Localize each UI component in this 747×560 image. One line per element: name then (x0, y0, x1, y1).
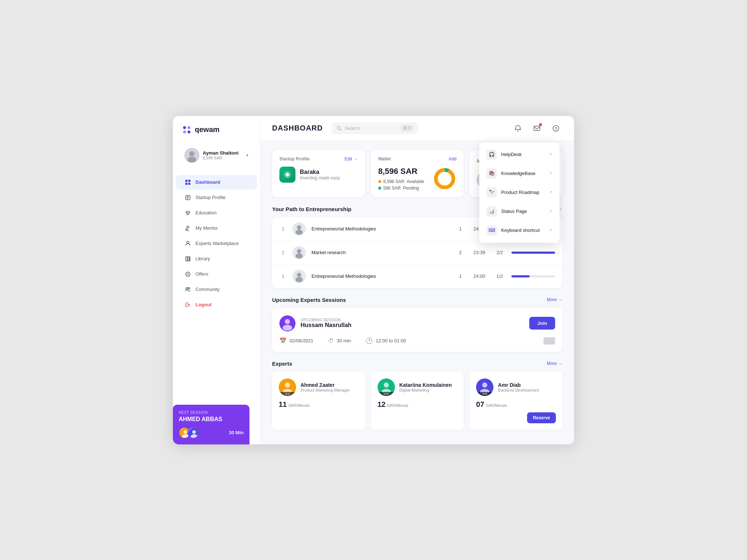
svg-rect-8 (188, 180, 190, 182)
startup-profile-icon (185, 194, 191, 201)
track-count: 1 (456, 273, 465, 279)
sidebar-item-community[interactable]: Community (176, 282, 257, 297)
svg-rect-21 (189, 257, 190, 261)
navigation: Dashboard Startup Profile Education My M… (173, 174, 260, 313)
svg-rect-7 (185, 180, 187, 182)
pending-amount: 596 SAR (383, 186, 401, 191)
notification-button[interactable] (511, 122, 525, 135)
user-profile[interactable]: Ayman Shaltoni 8,596 SAR ▾ (176, 144, 257, 167)
svg-point-42 (297, 225, 301, 230)
svg-point-36 (436, 170, 453, 187)
path-section-title: Your Path to Entrepreneurship (272, 206, 351, 212)
pending-label: Pending (403, 186, 419, 191)
search-box[interactable]: Search ⌘ F (332, 122, 418, 134)
next-session-name: AHMED ABBAS (179, 416, 244, 423)
track-number: 1 (279, 226, 287, 232)
help-item-icon: 📊 (487, 206, 497, 217)
svg-point-3 (187, 131, 190, 133)
help-button[interactable]: ? (549, 122, 562, 135)
session-avatar (279, 315, 295, 331)
help-item-label: HelpDesk (501, 152, 545, 157)
expert-avatar: 4.5 (476, 378, 494, 396)
svg-point-63 (183, 430, 187, 434)
track-progress-label: 1/2 (494, 273, 506, 279)
available-amount: 8,596 SAR (383, 179, 405, 184)
wallet-card-title: Wallet (378, 156, 391, 162)
session-date: 📅 02/08/2021 (279, 337, 313, 345)
expert-role: BackEnd Development (498, 388, 539, 392)
svg-point-24 (188, 287, 190, 289)
track-avatar (293, 246, 306, 259)
session-duration: ⏱ 30 min (328, 337, 351, 345)
expert-card: 4.5 Katariina Komulainen Digital Marketi… (371, 372, 464, 430)
expert-name: Katariina Komulainen (399, 382, 452, 388)
svg-point-57 (384, 382, 389, 388)
experts-grid: 0.0 Ahmed Zaater Product Marketing Manag… (272, 372, 562, 430)
help-item-icon: 🎧 (487, 149, 497, 160)
search-shortcut: ⌘ F (401, 125, 413, 131)
offers-icon (185, 271, 191, 277)
help-menu-item-helpdesk[interactable]: 🎧 HelpDesk ↗ (479, 145, 560, 164)
session-time: 🕐 12:00 to 01:00 (365, 337, 406, 345)
track-count: 2 (456, 250, 465, 255)
help-item-label: Status Page (501, 209, 545, 214)
calendar-icon: 📅 (279, 337, 287, 344)
sidebar-item-offers[interactable]: Offers (176, 267, 257, 281)
header: DASHBOARD Search ⌘ F (260, 116, 574, 141)
svg-point-0 (183, 126, 186, 129)
next-session-label: Next Session (179, 411, 244, 415)
track-time: 23:39 (471, 250, 488, 255)
help-menu-item-knowledgebase[interactable]: 📚 KnowledgeBase ↗ (479, 164, 560, 183)
sidebar-item-my-mentor[interactable]: My Mentor (176, 221, 257, 236)
track-avatar (293, 222, 306, 236)
expert-rate-num: 07 (476, 400, 484, 409)
sidebar-item-startup-profile[interactable]: Startup Profile (176, 190, 257, 205)
sidebar-item-logout[interactable]: Logout (176, 298, 257, 312)
svg-point-66 (192, 430, 196, 434)
search-placeholder: Search (345, 125, 398, 131)
reserve-expert-button[interactable]: Reserve (527, 412, 556, 423)
more-experts-link[interactable]: More → (547, 361, 562, 366)
expert-name: Amr Diab (498, 382, 539, 388)
svg-point-2 (183, 131, 186, 133)
startup-logo (279, 167, 295, 183)
time-icon: 🕐 (365, 337, 373, 344)
available-label: Available (407, 179, 424, 184)
svg-point-46 (295, 253, 303, 258)
join-session-button[interactable]: Join (529, 317, 555, 330)
sidebar-item-education[interactable]: Education (176, 206, 257, 220)
help-item-icon: 🔭 (487, 187, 497, 198)
expert-rate-num: 12 (378, 400, 386, 409)
track-name: Entrepreneurial Methodologies (311, 273, 450, 279)
expert-rate-num: 11 (279, 400, 287, 409)
logout-icon (185, 302, 191, 308)
svg-point-54 (285, 382, 290, 388)
sidebar-item-library[interactable]: Library (176, 252, 257, 266)
svg-point-17 (187, 241, 189, 244)
help-dropdown: 🎧 HelpDesk ↗ 📚 KnowledgeBase ↗ 🔭 Product… (479, 142, 560, 243)
wallet-add-button[interactable]: Add (449, 156, 456, 162)
help-menu-item-product-roadmap[interactable]: 🔭 Product Roadmap ↗ (479, 183, 560, 202)
svg-rect-31 (534, 126, 540, 131)
sidebar-item-experts-marketplace[interactable]: Experts Marketplace (176, 236, 257, 251)
svg-point-6 (187, 157, 196, 163)
startup-edit-button[interactable]: Edit → (345, 156, 358, 162)
help-menu-item-keyboard-shortcut[interactable]: ⌨ Keyboard shortcut ↗ (479, 221, 560, 240)
messages-button[interactable] (530, 122, 543, 135)
expert-rate-unit: SAR/Minute (387, 403, 409, 408)
help-item-icon: ⌨ (487, 225, 497, 236)
expert-name: Ahmed Zaater (301, 382, 350, 388)
help-menu-item-status-page[interactable]: 📊 Status Page ↗ (479, 202, 560, 221)
experts-marketplace-icon (185, 240, 191, 247)
more-sessions-link[interactable]: More → (547, 297, 562, 302)
sidebar-item-label: Library (196, 256, 210, 261)
svg-rect-10 (188, 183, 190, 185)
user-balance: 8,596 SAR (203, 156, 246, 160)
track-avatar (293, 270, 306, 283)
sidebar-item-dashboard[interactable]: Dashboard (176, 175, 257, 190)
session-status-indicator (543, 337, 555, 345)
clock-icon: ⏱ (328, 338, 334, 344)
svg-point-23 (186, 287, 188, 289)
experts-section-title: Experts (272, 361, 292, 367)
session-attendee-2 (187, 427, 199, 439)
